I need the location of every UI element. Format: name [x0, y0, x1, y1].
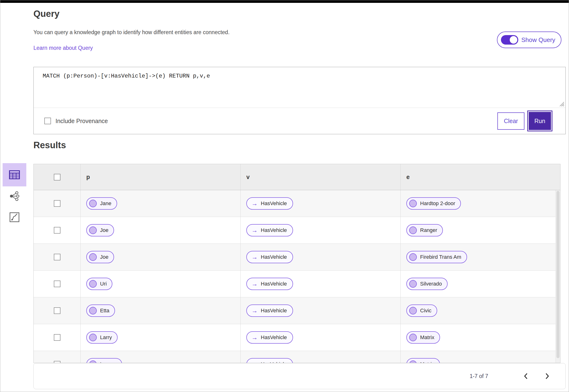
edge-pill-v[interactable]: → HasVehicle: [246, 358, 293, 363]
node-pill-label: Hardtop 2-door: [420, 200, 455, 207]
node-circle-icon: [409, 200, 417, 207]
clear-button[interactable]: Clear: [497, 112, 525, 130]
node-pill-label: Joe: [100, 254, 108, 260]
node-pill-p[interactable]: Uri: [86, 278, 112, 290]
edge-pill-v[interactable]: → HasVehicle: [246, 197, 293, 210]
node-pill-label: Jane: [100, 200, 111, 207]
node-pill-label: Silverado: [420, 281, 442, 287]
edge-pill-v[interactable]: → HasVehicle: [246, 278, 293, 290]
column-header-e: e: [401, 164, 560, 190]
node-circle-icon: [89, 200, 97, 207]
arrow-right-icon: →: [251, 227, 258, 233]
node-circle-icon: [409, 226, 417, 234]
column-header-p: p: [81, 164, 241, 190]
chevron-right-icon: [545, 373, 550, 379]
scrollbar-thumb[interactable]: [556, 191, 559, 358]
results-section-title: Results: [33, 140, 66, 150]
node-pill-label: Joe: [100, 227, 108, 233]
results-table: p v e Jane → HasVehicle Hardtop 2-door: [33, 164, 560, 363]
node-circle-icon: [89, 280, 97, 288]
toggle-switch-icon[interactable]: [501, 35, 518, 45]
node-pill-p[interactable]: Lauren: [86, 358, 122, 363]
node-pill-label: Lauren: [100, 361, 116, 363]
view-switcher-graph[interactable]: [3, 190, 26, 202]
node-pill-p[interactable]: Jane: [86, 197, 117, 210]
toggle-knob: [510, 36, 517, 44]
node-pill-p[interactable]: Joe: [86, 251, 114, 263]
query-editor-input[interactable]: MATCH (p:Person)-[v:HasVehicle]->(e) RET…: [34, 67, 566, 108]
arrow-right-icon: →: [251, 254, 258, 260]
edge-pill-label: HasVehicle: [261, 227, 287, 233]
edge-pill-label: HasVehicle: [261, 361, 287, 363]
arrow-right-icon: →: [251, 200, 258, 207]
pagination-range-label: 1-7 of 7: [470, 373, 488, 379]
node-pill-label: Matrix: [420, 334, 434, 340]
node-pill-e[interactable]: Hardtop 2-door: [406, 197, 461, 210]
row-checkbox[interactable]: [54, 254, 60, 260]
view-switcher-chart[interactable]: [3, 210, 26, 224]
graph-view-icon: [9, 191, 20, 201]
node-circle-icon: [89, 361, 97, 363]
table-row: Jane → HasVehicle Hardtop 2-door: [34, 190, 560, 217]
node-pill-label: Firebird Trans Am: [420, 254, 461, 260]
arrow-right-icon: →: [251, 308, 258, 314]
table-row: Uri → HasVehicle Silverado: [34, 271, 560, 297]
table-body: Jane → HasVehicle Hardtop 2-door Joe: [34, 190, 560, 363]
node-pill-p[interactable]: Etta: [86, 305, 115, 317]
node-pill-label: Matrix: [420, 361, 434, 363]
table-row: Joe → HasVehicle Firebird Trans Am: [34, 244, 560, 271]
table-header-row: p v e: [34, 164, 560, 190]
row-checkbox[interactable]: [54, 200, 60, 207]
run-button[interactable]: Run: [529, 112, 551, 130]
node-pill-e[interactable]: Firebird Trans Am: [406, 251, 467, 263]
pagination-bar: 1-7 of 7: [33, 363, 566, 389]
pagination-prev-button[interactable]: [521, 371, 530, 381]
learn-more-link[interactable]: Learn more about Query: [33, 45, 93, 51]
row-checkbox[interactable]: [54, 334, 60, 341]
chevron-left-icon: [523, 373, 528, 379]
node-circle-icon: [89, 226, 97, 234]
row-checkbox[interactable]: [54, 307, 60, 314]
node-pill-label: Etta: [100, 308, 109, 314]
query-editor-panel: MATCH (p:Person)-[v:HasVehicle]->(e) RET…: [33, 67, 566, 134]
show-query-label: Show Query: [521, 36, 555, 44]
node-circle-icon: [409, 334, 417, 341]
node-circle-icon: [409, 361, 417, 363]
query-editor: MATCH (p:Person)-[v:HasVehicle]->(e) RET…: [34, 67, 566, 108]
node-pill-label: Ranger: [420, 227, 437, 233]
node-pill-label: Larry: [100, 334, 112, 340]
table-view-icon: [9, 170, 20, 180]
node-pill-label: Uri: [100, 281, 107, 287]
view-switcher-table[interactable]: [3, 163, 26, 186]
page: Query You can query a knowledge graph to…: [0, 0, 569, 392]
edge-pill-label: HasVehicle: [261, 281, 287, 287]
include-provenance-label: Include Provenance: [56, 118, 108, 125]
node-pill-e[interactable]: Civic: [406, 305, 437, 317]
node-circle-icon: [89, 307, 97, 314]
query-action-bar: Include Provenance Clear Run: [34, 108, 566, 134]
table-row: Joe → HasVehicle Ranger: [34, 217, 560, 244]
edge-pill-label: HasVehicle: [261, 308, 287, 314]
edge-pill-v[interactable]: → HasVehicle: [246, 331, 293, 344]
row-checkbox[interactable]: [54, 227, 60, 234]
edge-pill-v[interactable]: → HasVehicle: [246, 305, 293, 317]
edge-pill-v[interactable]: → HasVehicle: [246, 251, 293, 263]
edge-pill-v[interactable]: → HasVehicle: [246, 224, 293, 237]
arrow-right-icon: →: [251, 361, 258, 363]
edge-pill-label: HasVehicle: [261, 254, 287, 260]
query-section-title: Query: [33, 9, 59, 19]
node-pill-e[interactable]: Ranger: [406, 224, 443, 237]
node-pill-e[interactable]: Silverado: [406, 278, 448, 290]
pagination-next-button[interactable]: [543, 371, 552, 381]
node-pill-e[interactable]: Matrix: [406, 358, 440, 363]
node-pill-e[interactable]: Matrix: [406, 331, 440, 344]
node-circle-icon: [89, 334, 97, 341]
node-circle-icon: [409, 253, 417, 261]
select-all-checkbox[interactable]: [54, 174, 60, 181]
row-checkbox[interactable]: [54, 361, 60, 363]
row-checkbox[interactable]: [54, 280, 60, 287]
show-query-toggle[interactable]: Show Query: [497, 31, 561, 48]
include-provenance-checkbox[interactable]: [44, 118, 51, 124]
node-pill-p[interactable]: Joe: [86, 224, 114, 237]
node-pill-p[interactable]: Larry: [86, 331, 118, 344]
